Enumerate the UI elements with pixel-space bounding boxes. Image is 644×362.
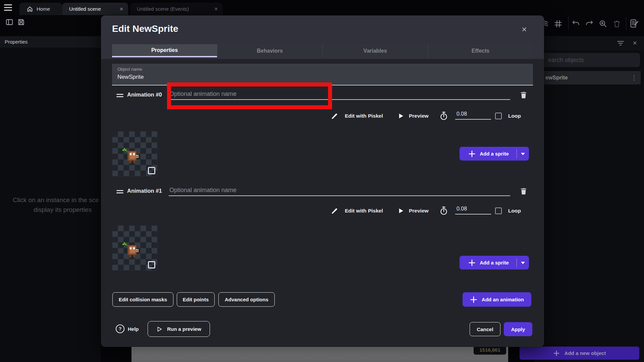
drag-handle[interactable] (116, 94, 123, 97)
button-label: Apply (511, 326, 525, 332)
add-sprite-label: Add a sprite (480, 260, 509, 265)
play-icon (397, 207, 404, 214)
tab-label: Variables (363, 48, 387, 54)
objects-panel-header: ✕ (534, 36, 644, 50)
sprite-thumbnail[interactable] (112, 226, 157, 270)
tab-effects[interactable]: Effects (428, 44, 533, 57)
tab-label: Properties (151, 47, 178, 53)
plus-icon (468, 259, 476, 266)
button-divider (517, 149, 517, 158)
search-objects-input[interactable]: earch objects (537, 53, 640, 67)
panel-layout-icon[interactable] (5, 18, 13, 27)
chevron-down-icon[interactable] (521, 262, 525, 264)
add-sprite-button[interactable]: Add a sprite (460, 147, 529, 161)
tab-properties[interactable]: Properties (112, 44, 217, 57)
add-sprite-button[interactable]: Add a sprite (460, 256, 529, 269)
close-panel-icon[interactable]: ✕ (633, 40, 637, 46)
edit-object-dialog: Edit NewSprite ✕ Properties Behaviors Va… (101, 15, 544, 347)
brush-icon (330, 112, 338, 120)
help-icon[interactable]: ? (115, 324, 125, 335)
add-animation-label: Add an animation (482, 297, 524, 302)
dialog-tab-bar: Properties Behaviors Variables Effects (112, 44, 533, 57)
delete-animation-icon[interactable] (519, 187, 528, 195)
properties-panel-body (0, 48, 101, 362)
add-sprite-label: Add a sprite (480, 151, 509, 157)
edit-scene-properties-icon[interactable] (629, 18, 639, 30)
dialog-title: Edit NewSprite (112, 23, 178, 34)
tab-home-label: Home (37, 6, 50, 12)
close-tab-icon[interactable]: ✕ (214, 6, 218, 12)
select-sprite-checkbox[interactable] (148, 261, 155, 268)
close-tab-icon[interactable]: ✕ (119, 6, 123, 12)
delete-animation-icon[interactable] (519, 90, 528, 99)
time-between-frames-input[interactable] (455, 111, 491, 120)
hamburger-menu-icon[interactable] (4, 4, 12, 11)
tab-variables[interactable]: Variables (322, 44, 428, 57)
object-name-label: Object name (117, 67, 142, 72)
filter-icon[interactable] (617, 41, 624, 46)
tab-untitled-scene-events[interactable]: Untitled scene (Events) ✕ (130, 3, 223, 15)
apply-button[interactable]: Apply (504, 322, 532, 336)
tab-behaviors[interactable]: Behaviors (217, 44, 322, 57)
cancel-button[interactable]: Cancel (470, 322, 500, 336)
properties-hint-line1: Click on an instance in the sce (13, 196, 99, 204)
pig-sprite-image (121, 241, 142, 259)
button-label: Run a preview (167, 326, 201, 332)
redo-icon[interactable] (585, 20, 594, 29)
animation-toolbar-row: Edit with Piskel Preview Loop (101, 205, 544, 217)
select-sprite-checkbox[interactable] (148, 167, 155, 174)
chevron-down-icon[interactable] (521, 153, 525, 155)
objects-panel-body (534, 50, 644, 362)
object-name-value: NewSprite (117, 74, 144, 80)
object-list-item[interactable]: ewSprite ⋮ (534, 71, 641, 84)
plus-icon (468, 150, 476, 158)
toolbar-divider (568, 17, 569, 30)
properties-panel-title: Properties (5, 39, 28, 45)
edit-points-button[interactable]: Edit points (177, 292, 215, 307)
loop-label: Loop (508, 205, 521, 217)
tab-events-label: Untitled scene (Events) (137, 6, 189, 12)
object-name-field[interactable]: Object name NewSprite (112, 64, 533, 85)
button-label: Edit collision masks (119, 297, 167, 302)
time-between-frames-input[interactable] (455, 206, 491, 215)
undo-icon[interactable] (572, 20, 580, 29)
play-icon (397, 113, 404, 119)
preview-button[interactable]: Preview (409, 110, 429, 122)
properties-hint-line2: display its properties (34, 206, 92, 214)
drag-handle[interactable] (116, 190, 123, 193)
add-new-object-button[interactable]: Add a new object (520, 347, 639, 360)
animation-name-input[interactable] (169, 185, 510, 196)
zoom-in-icon[interactable] (598, 19, 608, 30)
loop-checkbox[interactable] (495, 113, 502, 119)
add-animation-button[interactable]: Add an animation (463, 292, 531, 307)
edit-collision-masks-button[interactable]: Edit collision masks (112, 292, 173, 307)
advanced-options-button[interactable]: Advanced options (218, 292, 275, 307)
save-icon[interactable] (17, 18, 25, 27)
tab-home[interactable]: Home (19, 3, 62, 15)
properties-panel-header: Properties (0, 36, 101, 48)
animation-label: Animation #0 (127, 92, 162, 98)
sprite-thumbnail[interactable] (112, 131, 157, 176)
loop-checkbox[interactable] (495, 207, 502, 214)
edit-with-piskel-button[interactable]: Edit with Piskel (345, 205, 383, 217)
plus-icon (470, 296, 477, 303)
trash-icon[interactable] (612, 19, 621, 29)
tab-untitled-scene[interactable]: Untitled scene ✕ (62, 3, 128, 15)
help-button[interactable]: Help (128, 321, 139, 337)
kebab-menu-icon[interactable]: ⋮ (631, 71, 637, 84)
run-preview-button[interactable]: Run a preview (148, 321, 210, 337)
button-label: Advanced options (225, 297, 268, 302)
edit-with-piskel-button[interactable]: Edit with Piskel (345, 110, 383, 122)
dialog-close-icon[interactable]: ✕ (519, 24, 530, 35)
stopwatch-icon (439, 111, 448, 121)
scene-canvas[interactable] (131, 347, 508, 362)
preview-button[interactable]: Preview (409, 205, 429, 217)
pig-sprite-image (121, 147, 142, 165)
animation-label: Animation #1 (127, 188, 162, 194)
svg-text:?: ? (119, 326, 122, 331)
app-window: Home Untitled scene ✕ Untitled scene (Ev… (0, 0, 644, 362)
grid-icon[interactable] (553, 19, 563, 30)
tab-label: Behaviors (257, 48, 283, 54)
stopwatch-icon (439, 206, 448, 216)
animation-name-input[interactable] (169, 88, 510, 100)
